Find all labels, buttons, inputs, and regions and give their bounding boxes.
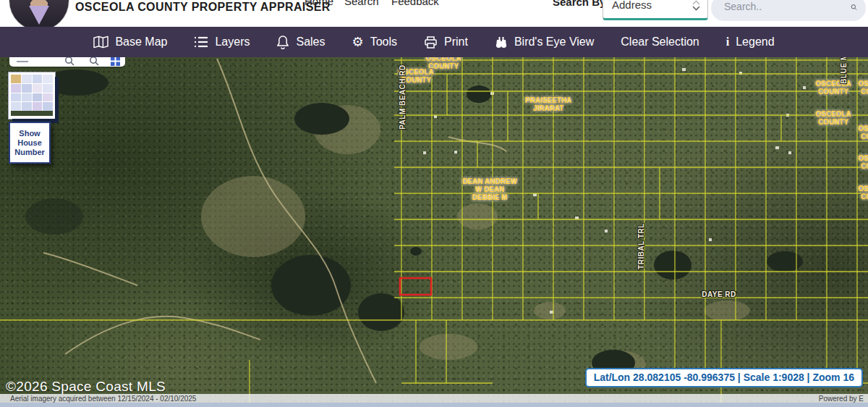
search-by-label: Search By [553, 0, 605, 8]
mls-copyright: ©2026 Space Coast MLS [6, 379, 166, 395]
search-by-select[interactable]: Address [603, 0, 708, 20]
chevron-down-icon [692, 0, 700, 13]
basemap-thumbnail-image [11, 75, 53, 111]
map-canvas[interactable]: OSCEOLACOUNTYOSCEOLACOUNTYPRAISEETHAJIRA… [0, 57, 868, 403]
nav-search-link[interactable]: Search [344, 0, 379, 7]
mini-toolbar-handle [17, 61, 28, 62]
appraiser-avatar [9, 0, 69, 27]
toolbar-base-map[interactable]: Base Map [93, 35, 167, 49]
layers-icon [194, 35, 208, 49]
top-header: OSCEOLA COUNTY PROPERTY APPRAISER Home S… [0, 0, 868, 27]
attribution-bar: Aerial imagery acquired between 12/15/20… [0, 394, 868, 403]
search-by-value: Address [612, 0, 652, 11]
map-toolbar: Base Map Layers Sales ⚙ Tools Print Bird… [0, 27, 868, 57]
basemap-thumbnail[interactable] [9, 72, 55, 119]
latlon-status-badge: Lat/Lon 28.082105 -80.996375 | Scale 1:9… [585, 368, 863, 387]
map-icon [93, 35, 109, 49]
map-mini-toolbar [9, 57, 125, 67]
apps-grid-icon[interactable] [111, 57, 120, 66]
show-house-number-button[interactable]: Show House Number [9, 122, 51, 164]
toolbar-sales[interactable]: Sales [276, 35, 325, 49]
search-input[interactable] [723, 0, 845, 13]
nav-feedback-link[interactable]: Feedback [391, 0, 439, 7]
printer-icon [424, 35, 438, 49]
page-title: OSCEOLA COUNTY PROPERTY APPRAISER [75, 1, 331, 14]
search-icon[interactable] [851, 0, 857, 14]
gear-icon: ⚙ [352, 35, 364, 49]
toolbar-clear-selection[interactable]: Clear Selection [621, 35, 699, 49]
bell-icon [276, 35, 289, 49]
imagery-date-note: Aerial imagery acquired between 12/15/20… [10, 395, 196, 403]
zoom-in-icon[interactable] [64, 57, 75, 66]
toolbar-layers[interactable]: Layers [194, 35, 250, 49]
global-search [711, 0, 866, 21]
selected-parcel-highlight [400, 278, 431, 295]
page-bottom-bar [0, 403, 868, 407]
nav-home-link[interactable]: Home [305, 0, 333, 7]
binoculars-icon [495, 35, 508, 49]
info-icon: i [726, 35, 729, 49]
zoom-out-icon[interactable] [89, 57, 99, 66]
toolbar-print[interactable]: Print [424, 35, 468, 49]
toolbar-tools[interactable]: ⚙ Tools [352, 35, 398, 49]
parcel-grid [0, 57, 868, 403]
powered-by-attribution: Powered by E [819, 395, 864, 403]
toolbar-birds-eye-view[interactable]: Bird's Eye View [495, 35, 594, 49]
toolbar-legend[interactable]: i Legend [726, 35, 775, 49]
